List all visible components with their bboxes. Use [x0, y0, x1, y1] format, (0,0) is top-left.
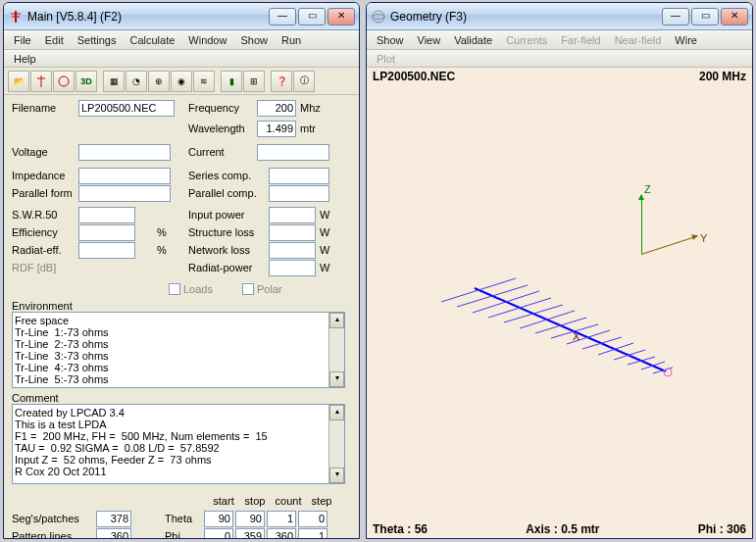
wavelength-input[interactable]	[257, 121, 296, 137]
loads-checkbox[interactable]	[169, 283, 180, 295]
maximize-button[interactable]: ▭	[691, 8, 719, 25]
input-power-input[interactable]	[269, 207, 316, 223]
menu-plot[interactable]: Plot	[371, 51, 401, 67]
scroll-down-icon[interactable]: ▾	[329, 468, 344, 483]
radiat-eff-label: Radiat-eff.	[12, 244, 78, 256]
polar-checkbox[interactable]	[242, 283, 254, 295]
hdr-count: count	[271, 495, 306, 507]
svg-line-15	[488, 308, 520, 318]
scroll-down-icon[interactable]: ▾	[329, 371, 344, 387]
menu-currents[interactable]: Currents	[500, 32, 553, 48]
filename-input[interactable]	[78, 100, 175, 117]
main-titlebar[interactable]: Main [V5.8.4] (F2) — ▭ ✕	[4, 3, 359, 30]
svg-line-37	[653, 370, 663, 373]
geom-titlebar[interactable]: Geometry (F3) — ▭ ✕	[367, 3, 752, 30]
theta-step[interactable]	[298, 511, 328, 527]
network-loss-input[interactable]	[269, 242, 316, 259]
pattern-label: Pattern lines	[12, 530, 96, 539]
geom-file: LP200500.NEC	[373, 70, 455, 83]
close-button[interactable]: ✕	[721, 8, 748, 25]
tool-3d-icon[interactable]	[53, 71, 75, 92]
tool-calc-icon[interactable]: ⊕	[148, 71, 170, 92]
menu-view[interactable]: View	[412, 32, 447, 48]
current-input[interactable]	[257, 144, 329, 161]
series-comp-input[interactable]	[269, 168, 329, 184]
tool-chart-icon[interactable]: ◔	[126, 71, 147, 92]
svg-line-27	[582, 343, 602, 349]
theta-count[interactable]	[267, 511, 296, 527]
radiat-eff-input[interactable]	[78, 242, 135, 259]
phi-step[interactable]	[298, 528, 328, 540]
svg-line-23	[551, 331, 575, 338]
tool-antenna-icon[interactable]	[30, 71, 52, 92]
menu-wire[interactable]: Wire	[669, 32, 703, 48]
phi-count[interactable]	[267, 528, 296, 540]
tool-open-icon[interactable]: 📂	[8, 71, 29, 92]
svg-line-29	[598, 349, 616, 355]
menu-calculate[interactable]: Calculate	[124, 32, 180, 48]
efficiency-input[interactable]	[78, 224, 135, 241]
comment-label: Comment	[12, 392, 59, 404]
svg-point-7	[373, 14, 384, 19]
svg-line-16	[520, 298, 551, 308]
geom-icon	[371, 9, 386, 25]
theta-stop[interactable]	[235, 511, 265, 527]
environment-text[interactable]: Free space Tr-Line 1:-73 ohms Tr-Line 2:…	[12, 312, 345, 388]
environment-label: Environment	[12, 300, 73, 312]
menu-show[interactable]: Show	[371, 32, 410, 48]
scroll-up-icon[interactable]: ▴	[329, 313, 344, 328]
svg-line-24	[575, 324, 598, 331]
main-form: Filename Frequency Mhz Wavelength mtr Vo…	[4, 95, 359, 539]
minimize-button[interactable]: —	[662, 8, 689, 25]
svg-line-9	[441, 290, 479, 302]
close-button[interactable]: ✕	[328, 8, 355, 25]
tool-smith-icon[interactable]: ◉	[171, 71, 192, 92]
hdr-start: start	[208, 495, 239, 507]
menu-file[interactable]: File	[8, 32, 37, 48]
y-axis-label: Y	[700, 232, 707, 244]
menu-window[interactable]: Window	[182, 32, 232, 48]
menu-settings[interactable]: Settings	[72, 32, 123, 48]
tool-eye-icon[interactable]: ⊞	[243, 71, 265, 92]
structure-loss-input[interactable]	[269, 224, 316, 241]
menu-help[interactable]: Help	[8, 51, 42, 67]
voltage-input[interactable]	[78, 144, 171, 161]
impedance-input[interactable]	[78, 168, 171, 184]
tool-help-icon[interactable]: ❓	[271, 71, 292, 92]
svg-line-30	[616, 343, 633, 349]
parallel-form-input[interactable]	[78, 185, 171, 202]
menu-run[interactable]: Run	[276, 32, 307, 48]
scroll-up-icon[interactable]: ▴	[329, 405, 344, 420]
theta-start[interactable]	[204, 511, 233, 527]
tool-info-icon[interactable]: ⓘ	[293, 71, 315, 92]
phi-stop[interactable]	[235, 528, 265, 540]
comment-text[interactable]: Created by LPCAD 3.4 This is a test LPDA…	[12, 404, 345, 484]
menu-edit[interactable]: Edit	[39, 32, 70, 48]
phi-start[interactable]	[204, 528, 233, 540]
menu-validate[interactable]: Validate	[448, 32, 498, 48]
parallel-comp-input[interactable]	[269, 185, 329, 202]
rdf-label: RDF [dB]	[12, 262, 78, 273]
polar-label: Polar	[257, 283, 282, 295]
menu-show[interactable]: Show	[234, 32, 274, 48]
menu-nearfield[interactable]: Near-field	[609, 32, 668, 48]
geometry-viewport[interactable]: LP200500.NEC 200 MHz Z Y X	[367, 68, 752, 538]
radiat-power-input[interactable]	[269, 260, 316, 276]
tool-orbit-icon[interactable]: ≋	[193, 71, 215, 92]
main-title: Main [V5.8.4] (F2)	[27, 10, 269, 24]
theta-label: Theta	[165, 513, 204, 524]
tool-3d-label[interactable]: 3D	[76, 71, 97, 92]
segs-input[interactable]	[96, 511, 131, 527]
app-icon	[8, 9, 24, 25]
frequency-input[interactable]	[257, 100, 296, 117]
menu-farfield[interactable]: Far-field	[555, 32, 606, 48]
pattern-input[interactable]	[96, 528, 131, 540]
maximize-button[interactable]: ▭	[298, 8, 326, 25]
tool-book-icon[interactable]: ▮	[221, 71, 242, 92]
minimize-button[interactable]: —	[269, 8, 296, 25]
swr-label: S.W.R.50	[12, 209, 78, 221]
swr-input[interactable]	[78, 207, 135, 223]
tool-grid-icon[interactable]: ▦	[103, 71, 125, 92]
main-window: Main [V5.8.4] (F2) — ▭ ✕ File Edit Setti…	[3, 2, 360, 539]
svg-line-28	[602, 337, 622, 343]
